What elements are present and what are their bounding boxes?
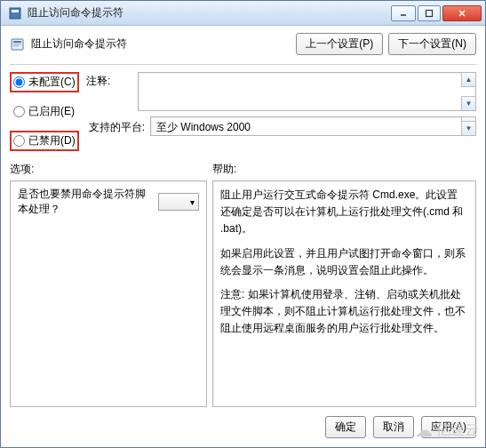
scroll-up-button[interactable]: ▲	[461, 73, 475, 87]
radio-not-configured[interactable]: 未配置(C)	[10, 72, 79, 92]
dialog-window: 阻止访问命令提示符 阻止访问命令提示符 上一个设置(P) 下一个设置(N)	[0, 0, 486, 448]
minimize-button[interactable]	[391, 5, 416, 21]
option-question: 是否也要禁用命令提示符脚本处理？	[18, 187, 153, 217]
comment-label: 注释:	[86, 72, 132, 89]
config-area: 未配置(C) 已启用(E) 已禁用(D) 注释: ▲ ▼	[10, 72, 476, 151]
dialog-footer: 确定 取消 应用(A)	[10, 407, 476, 438]
svg-rect-0	[10, 8, 20, 19]
platform-value: 至少 Windows 2000	[156, 121, 251, 133]
svg-rect-8	[13, 44, 21, 44]
svg-rect-9	[13, 45, 19, 46]
svg-rect-1	[12, 10, 19, 12]
window-title: 阻止访问命令提示符	[28, 5, 389, 20]
maximize-button[interactable]	[418, 5, 441, 21]
options-panel: 是否也要禁用命令提示符脚本处理？ ▾	[10, 180, 207, 407]
next-setting-button[interactable]: 下一个设置(N)	[388, 33, 476, 55]
ok-button[interactable]: 确定	[325, 416, 366, 438]
apply-button[interactable]: 应用(A)	[421, 416, 476, 438]
help-panel: 阻止用户运行交互式命令提示符 Cmd.exe。此设置还确定是否可以在计算机上运行…	[212, 180, 476, 407]
option-select[interactable]: ▾	[158, 193, 199, 211]
divider	[10, 64, 476, 65]
radio-enabled-input[interactable]	[13, 106, 25, 117]
radio-disabled-input[interactable]	[13, 135, 25, 147]
scroll-down-button[interactable]: ▼	[461, 96, 475, 110]
cancel-button[interactable]: 取消	[373, 416, 414, 438]
svg-rect-3	[426, 10, 433, 16]
titlebar[interactable]: 阻止访问命令提示符	[1, 1, 485, 26]
app-icon	[8, 6, 22, 20]
policy-header: 阻止访问命令提示符 上一个设置(P) 下一个设置(N)	[10, 33, 476, 60]
radio-enabled[interactable]: 已启用(E)	[10, 101, 79, 122]
help-label: 帮助:	[212, 162, 236, 177]
svg-rect-7	[13, 41, 21, 43]
radio-disabled[interactable]: 已禁用(D)	[10, 131, 79, 151]
policy-icon	[10, 36, 26, 52]
dialog-content: 阻止访问命令提示符 上一个设置(P) 下一个设置(N) 未配置(C) 已启用(E…	[1, 26, 485, 447]
policy-title: 阻止访问命令提示符	[31, 36, 127, 52]
close-button[interactable]	[442, 5, 482, 21]
scroll-down-button[interactable]: ▼	[461, 121, 475, 135]
radio-not-configured-label: 未配置(C)	[28, 75, 76, 90]
platform-box: 至少 Windows 2000 ▲ ▼	[150, 116, 476, 136]
platform-label: 支持的平台:	[86, 118, 145, 135]
help-paragraph: 如果启用此设置，并且用户试图打开命令窗口，则系统会显示一条消息，说明设置会阻止此…	[220, 245, 468, 279]
help-paragraph: 注意: 如果计算机使用登录、注销、启动或关机批处理文件脚本，则不阻止计算机运行批…	[220, 286, 468, 338]
window-controls	[389, 5, 482, 21]
state-radios: 未配置(C) 已启用(E) 已禁用(D)	[10, 72, 79, 151]
help-paragraph: 阻止用户运行交互式命令提示符 Cmd.exe。此设置还确定是否可以在计算机上运行…	[220, 187, 468, 238]
radio-not-configured-input[interactable]	[13, 76, 25, 88]
comment-textarea[interactable]: ▲ ▼	[138, 72, 476, 111]
prev-setting-button[interactable]: 上一个设置(P)	[296, 33, 383, 55]
radio-disabled-label: 已禁用(D)	[28, 133, 76, 148]
radio-enabled-label: 已启用(E)	[28, 104, 75, 119]
options-label: 选项:	[10, 162, 212, 177]
